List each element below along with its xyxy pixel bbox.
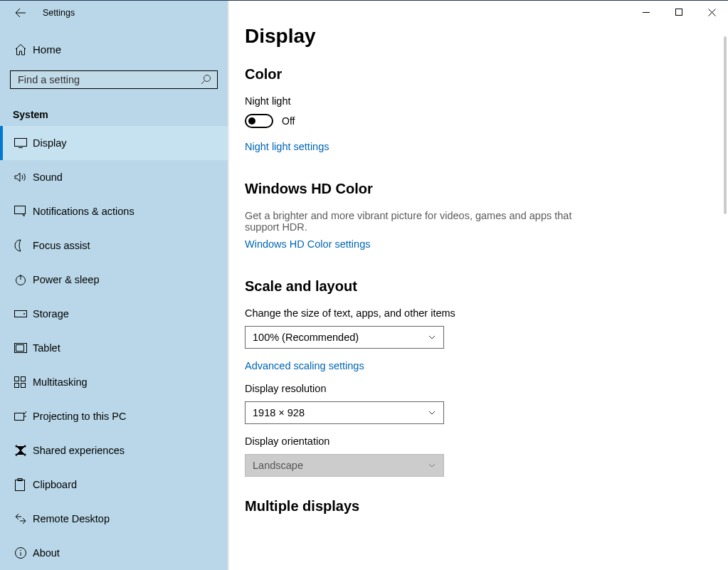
orientation-value: Landscape	[253, 460, 303, 471]
chevron-down-icon	[428, 408, 436, 417]
chevron-down-icon	[428, 461, 436, 470]
shared-icon	[14, 444, 27, 457]
scale-size-label: Change the size of text, apps, and other…	[245, 307, 708, 319]
sidebar-item-clipboard[interactable]: Clipboard	[0, 468, 228, 502]
svg-rect-10	[15, 377, 19, 381]
night-light-state: Off	[282, 115, 295, 127]
hd-color-description: Get a brighter and more vibrant picture …	[245, 210, 601, 233]
scale-size-value: 100% (Recommended)	[253, 332, 359, 343]
back-arrow-icon	[15, 7, 26, 19]
back-button[interactable]	[9, 1, 33, 25]
section-multiple-displays: Multiple displays	[245, 498, 708, 514]
search-box[interactable]	[10, 70, 218, 89]
sidebar-item-label: Projecting to this PC	[33, 411, 126, 422]
sidebar-item-label: Sound	[33, 171, 63, 183]
storage-icon	[14, 310, 27, 317]
window-title: Settings	[43, 8, 75, 18]
sidebar: Settings Home System Display	[0, 1, 228, 570]
sidebar-home[interactable]: Home	[0, 38, 228, 62]
svg-point-23	[20, 550, 21, 551]
night-light-settings-link[interactable]: Night light settings	[245, 141, 708, 152]
sidebar-section-header: System	[13, 109, 228, 120]
resolution-label: Display resolution	[245, 383, 708, 394]
section-hd-color: Windows HD Color	[245, 181, 708, 197]
notifications-icon	[14, 206, 27, 217]
search-input[interactable]	[16, 73, 200, 86]
svg-rect-14	[15, 413, 24, 421]
display-icon	[14, 138, 27, 148]
search-icon	[200, 74, 211, 85]
svg-rect-20	[16, 480, 25, 491]
multitasking-icon	[14, 376, 27, 388]
sidebar-item-label: Display	[33, 137, 67, 149]
scale-size-dropdown[interactable]: 100% (Recommended)	[245, 326, 444, 349]
sidebar-item-power[interactable]: Power & sleep	[0, 263, 228, 297]
sidebar-item-label: About	[33, 547, 60, 559]
sidebar-item-notifications[interactable]: Notifications & actions	[0, 194, 228, 228]
sidebar-item-label: Shared experiences	[33, 445, 125, 456]
sidebar-item-sound[interactable]: Sound	[0, 160, 228, 194]
sidebar-item-remote[interactable]: Remote Desktop	[0, 502, 228, 536]
sidebar-item-tablet[interactable]: Tablet	[0, 331, 228, 365]
resolution-dropdown[interactable]: 1918 × 928	[245, 401, 444, 424]
orientation-label: Display orientation	[245, 436, 708, 447]
svg-point-2	[204, 75, 211, 81]
sidebar-item-shared[interactable]: Shared experiences	[0, 433, 228, 468]
sidebar-item-label: Tablet	[33, 342, 60, 354]
tablet-icon	[14, 343, 27, 353]
sidebar-item-label: Focus assist	[33, 240, 90, 251]
night-light-toggle[interactable]	[245, 114, 273, 128]
hd-color-settings-link[interactable]: Windows HD Color settings	[245, 238, 708, 250]
svg-rect-3	[15, 139, 27, 147]
orientation-dropdown: Landscape	[245, 454, 444, 477]
power-icon	[14, 273, 27, 286]
svg-rect-11	[21, 377, 26, 381]
sidebar-item-label: Power & sleep	[33, 274, 100, 285]
page-title: Display	[245, 25, 708, 48]
sidebar-item-storage[interactable]: Storage	[0, 297, 228, 331]
chevron-down-icon	[428, 333, 436, 342]
resolution-value: 1918 × 928	[253, 407, 305, 418]
svg-rect-9	[16, 345, 24, 352]
sidebar-item-multitasking[interactable]: Multitasking	[0, 365, 228, 399]
svg-rect-12	[15, 384, 19, 388]
scrollbar[interactable]	[724, 36, 727, 214]
sidebar-nav: Display Sound Notifications & actions Fo…	[0, 126, 228, 570]
section-color: Color	[245, 66, 708, 83]
sidebar-item-about[interactable]: About	[0, 536, 228, 570]
sidebar-item-label: Multitasking	[33, 376, 88, 388]
clipboard-icon	[14, 478, 26, 491]
sidebar-item-label: Notifications & actions	[33, 206, 134, 217]
about-icon	[14, 547, 27, 559]
main-content: Display Color Night light Off Night ligh…	[228, 1, 728, 570]
home-label: Home	[33, 43, 61, 56]
svg-rect-4	[15, 206, 26, 214]
sidebar-item-projecting[interactable]: Projecting to this PC	[0, 399, 228, 433]
sound-icon	[14, 171, 27, 183]
svg-rect-13	[21, 384, 26, 388]
sidebar-item-focus[interactable]: Focus assist	[0, 228, 228, 263]
section-scale: Scale and layout	[245, 278, 708, 295]
sidebar-item-label: Storage	[33, 308, 69, 320]
sidebar-item-display[interactable]: Display	[0, 126, 228, 160]
remote-icon	[14, 512, 27, 525]
advanced-scaling-link[interactable]: Advanced scaling settings	[245, 360, 708, 371]
projecting-icon	[14, 411, 27, 422]
sidebar-item-label: Clipboard	[33, 479, 77, 490]
focus-icon	[14, 239, 27, 252]
svg-point-7	[23, 313, 25, 315]
night-light-label: Night light	[245, 95, 708, 107]
sidebar-item-label: Remote Desktop	[33, 513, 110, 524]
home-icon	[14, 43, 27, 56]
